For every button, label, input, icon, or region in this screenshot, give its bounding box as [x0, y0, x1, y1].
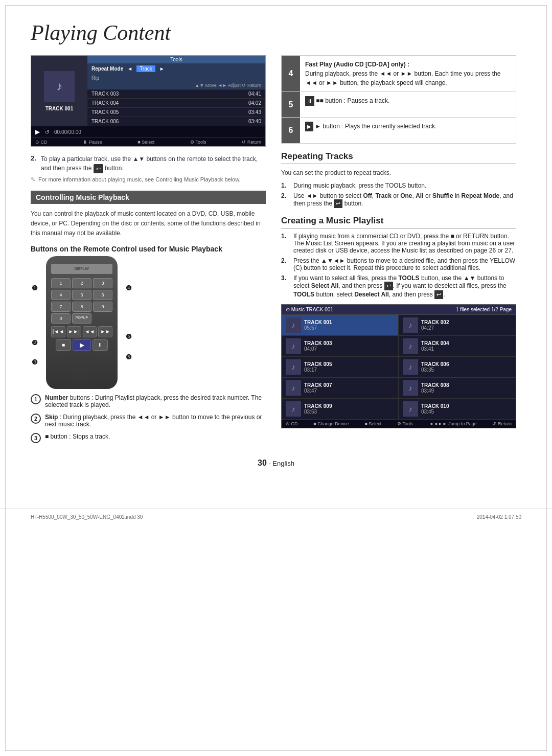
remote-numpad: 1 2 3 4 5 6 7 8 9 0 POPUP [51, 278, 112, 324]
remote-prev-btn[interactable]: |◄◄ [51, 326, 65, 337]
note-icon: ✎ [31, 176, 35, 183]
callout-4-label: ❹ [126, 284, 132, 292]
step-2: 2. To play a particular track, use the ▲… [31, 154, 266, 173]
btn-desc-3: 3 ■ button : Stops a track. [31, 433, 266, 443]
remote-btn-3[interactable]: 3 [93, 278, 112, 288]
pause-btn-icon: ⏸ [305, 96, 314, 106]
music-list-header-right: 1 files selected 1/2 Page [456, 307, 512, 312]
enter-btn-deselect-all: ↩ [434, 290, 443, 299]
remote-rew-btn[interactable]: ◄◄ [83, 326, 97, 337]
right-column: 4 Fast Play (Audio CD [CD-DA] only) : Du… [281, 55, 516, 448]
button-descriptions: 1 Number buttons : During Playlist playb… [31, 394, 266, 443]
remote-btn-6[interactable]: 6 [93, 290, 112, 300]
remote-btn-9[interactable]: 9 [93, 302, 112, 312]
section-title-playlist: Creating a Music Playlist [281, 216, 516, 228]
pause-content: ⏸ ■■ button : Pauses a track. [300, 92, 395, 117]
music-icon: ♪ [44, 71, 75, 102]
track-thumb: ♪ [403, 380, 418, 396]
remote-stop-btn[interactable]: ■ [56, 339, 71, 351]
page-footer: HT-H5500_00W_30_50_50W-ENG_0402.indd 30 … [0, 509, 552, 525]
track-thumb: ♪ [286, 317, 301, 333]
repeat-row: Repeat Mode ◄ Track ► [87, 63, 265, 74]
tools-bar: Tools [87, 56, 265, 63]
remote-next-btn[interactable]: ►►| [67, 326, 81, 337]
remote-play-area: ■ ▶ ⏸ [51, 339, 112, 351]
repeat-step-1: 1. During music playback, press the TOOL… [281, 182, 516, 189]
list-item-track-006: ♪ TRACK 006 03:35 [399, 357, 516, 378]
btn2-text: : During playback, press the ◄◄ or ►► bu… [45, 414, 262, 428]
fast-play-title: Fast Play (Audio CD [CD-DA] only) : [305, 60, 511, 69]
remote-nav-row: |◄◄ ►►| ◄◄ ►► [51, 326, 112, 337]
track-list: TRACK 003 04:41 TRACK 004 04:02 TRACK 00… [87, 89, 265, 126]
remote-play-btn[interactable]: ▶ [73, 339, 91, 351]
list-item-track-010: ♪ TRACK 010 03:45 [399, 399, 516, 420]
player-left-panel: ♪ TRACK 001 [31, 56, 87, 126]
remote-btn-5[interactable]: 5 [72, 290, 91, 300]
list-item: TRACK 004 04:02 [87, 99, 265, 108]
music-cd-icon: ⊙ [286, 307, 290, 312]
callout-6-label: ❻ [126, 353, 132, 361]
btn1-title: Number [45, 394, 68, 401]
repeating-body: You can set the product to repeat tracks… [281, 168, 516, 178]
remote-btn-4[interactable]: 4 [51, 290, 71, 300]
track-thumb: ♪ [286, 380, 301, 396]
list-item-track-003: ♪ TRACK 003 04:07 [282, 336, 399, 357]
fast-play-row: 4 Fast Play (Audio CD [CD-DA] only) : Du… [282, 56, 516, 92]
page-title: Playing Content [31, 20, 521, 45]
btn-num-5: 5 [282, 92, 300, 117]
note: ✎ For more information about playing mus… [31, 176, 266, 183]
track-thumb: ♪ [286, 338, 301, 354]
track-thumb: ♪ [286, 359, 301, 375]
fast-play-text: During playback, press the ◄◄ or ►► butt… [305, 69, 511, 87]
page-number: 30 [258, 459, 267, 467]
remote-display: DISPLAY [51, 264, 112, 274]
remote-pause-btn[interactable]: ⏸ [93, 339, 108, 351]
player-track-label: TRACK 001 [45, 106, 73, 111]
remote-body: DISPLAY 1 2 3 4 5 6 7 8 9 [46, 256, 118, 389]
player-footer: ⊙ CD ⏸ Pause ■ Select ⚙ Tools ↺ Return [31, 138, 265, 146]
playlist-step-2: 2. Press the ▲▼◄► buttons to move to a d… [281, 257, 516, 271]
pause-text: ■■ button : Pauses a track. [316, 97, 389, 104]
repeat-step-1-text: During music playback, press the TOOLS b… [293, 182, 426, 189]
fast-play-content: Fast Play (Audio CD [CD-DA] only) : Duri… [300, 56, 516, 91]
enter-button-inline: ↩ [94, 164, 103, 174]
remote-btn-0[interactable]: 0 [51, 313, 71, 324]
btn3-text: ■ button : Stops a track. [45, 433, 110, 440]
player-screenshot: ♪ TRACK 001 Tools Repeat Mode ◄ Track ► … [31, 55, 266, 147]
callout-3-label: ❸ [32, 358, 38, 366]
list-item: TRACK 005 03:43 [87, 108, 265, 117]
page-number-area: 30 - English [31, 459, 521, 468]
remote-btn-1[interactable]: 1 [51, 278, 71, 288]
list-item-track-004: ♪ TRACK 004 03:41 [399, 336, 516, 357]
remote-btn-8[interactable]: 8 [72, 302, 91, 312]
fast-play-box: 4 Fast Play (Audio CD [CD-DA] only) : Du… [281, 55, 516, 144]
playlist-step-1-text: If playing music from a commercial CD or… [293, 233, 516, 254]
section-header-controlling: Controlling Music Playback [31, 191, 266, 204]
track-thumb: ♪ [403, 359, 418, 375]
btn-num-4: 4 [282, 56, 300, 91]
subsection-title-buttons: Buttons on the Remote Control used for M… [31, 245, 266, 253]
left-column: ♪ TRACK 001 Tools Repeat Mode ◄ Track ► … [31, 55, 266, 448]
track-thumb: ♪ [403, 338, 418, 354]
footer-left: HT-H5500_00W_30_50_50W-ENG_0402.indd 30 [31, 514, 143, 520]
btn-desc-2: 2 Skip : During playback, press the ◄◄ o… [31, 414, 266, 428]
step-2-num: 2. [31, 154, 37, 162]
music-list-grid: ♪ TRACK 001 05:57 ♪ TRACK 002 04:27 [282, 315, 516, 420]
step-2-text: To play a particular track, use the ▲▼ b… [41, 154, 266, 173]
remote-btn-popup[interactable]: POPUP [72, 313, 91, 324]
playlist-step-2-text: Press the ▲▼◄► buttons to move to a desi… [293, 257, 516, 271]
list-item: TRACK 003 04:41 [87, 89, 265, 99]
list-item-track-001: ♪ TRACK 001 05:57 [282, 315, 399, 336]
player-controls: ▶ ↺ 00:00/00:00 [31, 126, 265, 138]
remote-fwd-btn[interactable]: ►► [98, 326, 112, 337]
music-list-screenshot: ⊙ Music TRACK 001 1 files selected 1/2 P… [281, 304, 516, 428]
footer-right: 2014-04-02 1:07:50 [477, 514, 521, 520]
callout-2-label: ❷ [32, 339, 38, 347]
track-thumb: ♪ [286, 401, 301, 417]
remote-btn-7[interactable]: 7 [51, 302, 71, 312]
remote-btn-2[interactable]: 2 [72, 278, 91, 288]
repeat-step-2: 2. Use ◄► button to select Off, Track or… [281, 192, 516, 208]
player-right-panel: Tools Repeat Mode ◄ Track ► Rip ▲▼ Move … [87, 56, 265, 126]
rip-row: Rip [87, 74, 265, 82]
playlist-step-3: 3. If you want to select all files, pres… [281, 274, 516, 299]
